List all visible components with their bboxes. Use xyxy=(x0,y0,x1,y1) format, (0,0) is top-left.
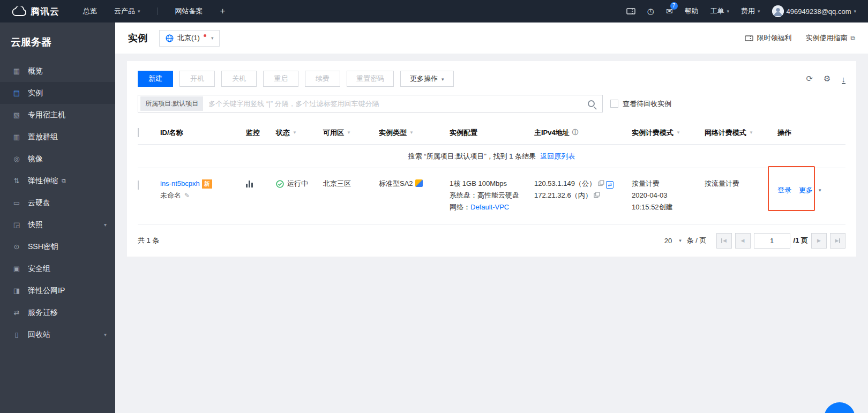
tickets-menu[interactable]: 工单 ▾ xyxy=(710,6,730,16)
filter-icon[interactable]: ▼ xyxy=(347,130,351,135)
account-menu[interactable]: 496949238@qq.com ▾ xyxy=(772,5,856,17)
prev-page-button[interactable]: ◀ xyxy=(735,233,751,249)
reset-password-button[interactable]: 重置密码 xyxy=(347,71,394,87)
sidebar-item-label: 服务迁移 xyxy=(28,308,58,318)
recycle-filter[interactable]: 查看待回收实例 xyxy=(610,99,671,109)
start-button[interactable]: 开机 xyxy=(179,71,215,87)
login-link[interactable]: 登录 xyxy=(777,184,791,196)
recycle-bin-icon: ▯ xyxy=(12,331,21,339)
sidebar-item-snapshot[interactable]: ◲ 快照 ▾ xyxy=(0,214,115,236)
search-input[interactable] xyxy=(207,99,583,108)
sidebar-item-overview[interactable]: ▦ 概览 xyxy=(0,60,115,82)
region-selector[interactable]: 北京(1) ▾ xyxy=(159,30,220,47)
voucher-icon-glyph xyxy=(626,7,635,15)
tencent-cloud-logo[interactable]: 腾讯云 xyxy=(12,5,59,18)
sidebar-item-eip[interactable]: ◨ 弹性公网IP xyxy=(0,280,115,302)
filter-icon[interactable]: ▼ xyxy=(749,130,753,135)
clock-icon[interactable]: ◷ xyxy=(647,6,654,16)
header-billing-label: 实例计费模式 xyxy=(632,128,674,138)
search-result-notice: 搜索 “所属项目:默认项目”，找到 1 条结果 返回原列表 xyxy=(138,145,845,168)
header-status-label: 状态 xyxy=(276,128,290,138)
vpc-link[interactable]: Default-VPC xyxy=(470,203,509,211)
settings-gear-icon[interactable]: ⚙ xyxy=(824,74,830,84)
download-icon[interactable]: ↓ xyxy=(842,75,846,83)
header-config: 实例配置 xyxy=(450,128,534,138)
back-to-list-link[interactable]: 返回原列表 xyxy=(540,152,575,161)
promo-link[interactable]: 限时领福利 xyxy=(745,33,791,43)
avatar-person-icon xyxy=(772,5,784,17)
voucher-icon[interactable] xyxy=(626,7,635,15)
chevron-down-icon: ▾ xyxy=(819,184,821,196)
sidebar-item-service-migration[interactable]: ⇄ 服务迁移 xyxy=(0,302,115,324)
toolbar: 新建 开机 关机 重启 续费 重置密码 更多操作▾ ⟳ ⚙ ↓ xyxy=(138,71,845,87)
project-filter-tag[interactable]: 所属项目:默认项目 xyxy=(140,96,203,111)
add-nav-tab-button[interactable]: + xyxy=(220,6,226,17)
copy-icon[interactable] xyxy=(594,192,600,198)
info-icon[interactable]: ⓘ xyxy=(572,128,579,137)
topbar-left: 腾讯云 总览 云产品 ▾ 网站备案 + xyxy=(12,5,225,18)
cell-billing: 按量计费 2020-04-03 10:15:52创建 xyxy=(632,178,705,213)
refresh-icon[interactable]: ⟳ xyxy=(806,74,813,84)
header-zone: 可用区 ▼ xyxy=(323,128,379,138)
sidebar-item-ssh-key[interactable]: ⊙ SSH密钥 xyxy=(0,236,115,258)
config-spec: 1核 1GB 100Mbps xyxy=(450,178,529,190)
edit-name-icon[interactable]: ✎ xyxy=(184,192,190,199)
renew-button[interactable]: 续费 xyxy=(305,71,340,87)
convert-to-eip-icon[interactable]: ⇄ xyxy=(606,181,613,189)
recycle-checkbox[interactable] xyxy=(610,100,618,108)
sidebar-item-placement-group[interactable]: ▥ 置放群组 xyxy=(0,126,115,148)
cell-monitor xyxy=(246,178,276,191)
billing-date: 2020-04-03 xyxy=(632,190,699,201)
instances-table: ID/名称 监控 状态 ▼ 可用区 ▼ 实例类型 ▼ xyxy=(138,121,845,224)
message-center-button[interactable]: ✉ 7 xyxy=(666,6,673,16)
instance-id-link[interactable]: ins-nt5bcpxh xyxy=(160,179,200,187)
nav-overview[interactable]: 总览 xyxy=(83,6,97,16)
shutdown-button[interactable]: 关机 xyxy=(221,71,257,87)
sidebar-item-security-group[interactable]: ▣ 安全组 xyxy=(0,258,115,280)
instance-guide-link[interactable]: 实例使用指南 ⧉ xyxy=(805,33,855,43)
cell-ip: 120.53.1.149（公） ⇄ 172.21.32.6（内） xyxy=(534,178,632,201)
copy-icon[interactable] xyxy=(598,180,604,186)
cell-operation: 登录 更多 ▾ xyxy=(777,178,845,196)
sidebar-item-cloud-disk[interactable]: ▭ 云硬盘 xyxy=(0,192,115,214)
sidebar-item-label: 快照 xyxy=(28,220,43,230)
cell-config: 1核 1GB 100Mbps 系统盘：高性能云硬盘 网络：Default-VPC xyxy=(450,178,534,213)
instances-icon: ▤ xyxy=(12,89,21,97)
filter-icon[interactable]: ▼ xyxy=(676,130,680,135)
first-page-button[interactable]: ◀ xyxy=(716,233,732,249)
sidebar-title: 云服务器 xyxy=(0,22,115,60)
nav-beian[interactable]: 网站备案 xyxy=(175,6,203,16)
search-icon[interactable] xyxy=(588,100,595,107)
nav-products[interactable]: 云产品 ▾ xyxy=(114,6,140,16)
billing-menu[interactable]: 费用 ▾ xyxy=(741,6,760,16)
main-area: 实例 北京(1) ▾ 限时领福利 xyxy=(115,22,868,413)
more-link[interactable]: 更多 ▾ xyxy=(799,184,821,196)
sidebar-item-dedicated-host[interactable]: ▧ 专用宿主机 xyxy=(0,104,115,126)
search-box[interactable]: 所属项目:默认项目 xyxy=(138,95,603,112)
monitor-chart-icon[interactable] xyxy=(246,180,253,187)
chevron-down-icon: ▾ xyxy=(442,77,444,82)
brand-name: 腾讯云 xyxy=(31,5,59,18)
page-buttons: ◀ ◀ 1 /1 页 ▶ ▶ xyxy=(716,233,845,249)
sidebar-item-recycle-bin[interactable]: ▯ 回收站 ▾ xyxy=(0,324,115,346)
filter-icon[interactable]: ▼ xyxy=(293,130,297,135)
create-button[interactable]: 新建 xyxy=(138,71,173,87)
restart-button[interactable]: 重启 xyxy=(263,71,298,87)
help-link[interactable]: 帮助 xyxy=(685,6,699,16)
filter-icon[interactable]: ▼ xyxy=(409,130,414,135)
next-page-button[interactable]: ▶ xyxy=(811,233,827,249)
more-actions-button[interactable]: 更多操作▾ xyxy=(400,71,454,87)
nav-divider xyxy=(158,7,158,15)
sidebar-item-auto-scaling[interactable]: ⇅ 弹性伸缩 ⧉ xyxy=(0,170,115,192)
chevron-down-icon: ▾ xyxy=(138,9,140,14)
header-type-label: 实例类型 xyxy=(379,128,407,138)
sidebar-item-instances[interactable]: ▤ 实例 xyxy=(0,82,115,104)
sidebar-item-images[interactable]: ◎ 镜像 xyxy=(0,148,115,170)
page-prev-icon: ◀ xyxy=(723,238,727,243)
row-checkbox[interactable] xyxy=(138,181,139,190)
region-notification-dot xyxy=(204,34,206,37)
current-page-input[interactable]: 1 xyxy=(754,233,790,249)
page-size-select[interactable]: 20 ▾ xyxy=(664,237,682,245)
select-all-checkbox[interactable] xyxy=(138,128,139,137)
last-page-button[interactable]: ▶ xyxy=(830,233,845,249)
